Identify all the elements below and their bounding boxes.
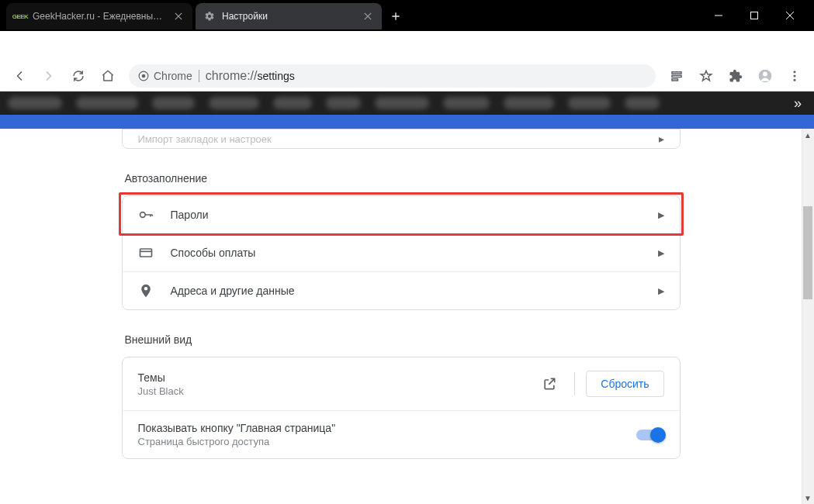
content-area: Импорт закладок и настроек ▸ Автозаполне… [0, 129, 814, 504]
toggle-label: Показывать кнопку "Главная страница" [138, 422, 636, 434]
close-tab-icon[interactable] [172, 10, 185, 22]
bookmark-item[interactable] [273, 97, 312, 109]
bookmark-item[interactable] [8, 97, 62, 109]
bookmark-item[interactable] [504, 97, 554, 109]
scroll-up-icon[interactable]: ▲ [802, 129, 814, 141]
home-button[interactable] [95, 63, 121, 89]
site-info-button[interactable]: Chrome [138, 70, 192, 82]
section-title-autofill: Автозаполнение [125, 172, 681, 185]
svg-rect-3 [672, 71, 681, 73]
import-bookmarks-row[interactable]: Импорт закладок и настроек ▸ [122, 129, 681, 149]
autofill-card: Пароли ▶ Способы оплаты ▶ [122, 195, 681, 310]
back-button[interactable] [6, 63, 33, 89]
separator [574, 372, 575, 395]
theme-row: Темы Just Black Сбросить [123, 357, 680, 410]
theme-value: Just Black [138, 385, 536, 397]
theme-label: Темы [138, 371, 536, 384]
svg-point-12 [140, 212, 145, 218]
open-in-webstore-icon[interactable] [535, 370, 563, 398]
row-label: Пароли [171, 209, 658, 221]
toggle-knob [650, 427, 666, 443]
chevron-right-icon: ▶ [658, 248, 664, 258]
svg-point-10 [794, 78, 796, 81]
bookmark-item[interactable] [326, 97, 361, 109]
bookmark-item[interactable] [76, 97, 138, 109]
addresses-row[interactable]: Адреса и другие данные ▶ [123, 271, 680, 309]
svg-point-7 [763, 71, 767, 76]
key-icon [138, 207, 154, 223]
browser-toolbar: Chrome chrome://settings [0, 60, 814, 91]
row-label: Адреса и другие данные [171, 285, 658, 297]
appearance-card: Темы Just Black Сбросить Показывать кноп… [122, 357, 681, 459]
home-button-toggle[interactable] [636, 430, 664, 440]
bookmark-item[interactable] [568, 97, 611, 109]
location-pin-icon [138, 283, 154, 299]
favicon-gear-icon [203, 10, 216, 22]
secure-label: Chrome [154, 70, 192, 82]
window-maximize-button[interactable] [736, 3, 772, 28]
svg-rect-4 [672, 75, 681, 77]
section-title-appearance: Внешний вид [125, 333, 681, 346]
reload-button[interactable] [65, 63, 92, 89]
new-tab-button[interactable] [385, 5, 407, 27]
address-bar[interactable]: Chrome chrome://settings [129, 64, 656, 88]
svg-point-9 [794, 74, 796, 77]
passwords-row[interactable]: Пароли ▶ [123, 196, 680, 233]
window-close-button[interactable] [772, 3, 808, 28]
tab-title: Настройки [222, 11, 355, 22]
row-label: Способы оплаты [171, 247, 658, 259]
svg-rect-5 [672, 78, 678, 80]
reading-list-icon[interactable] [663, 63, 690, 89]
tab-title: GeekHacker.ru - Ежедневный жу [33, 11, 166, 22]
bookmarks-bar: » [0, 91, 814, 115]
scrollbar-thumb[interactable] [803, 206, 812, 299]
profile-avatar[interactable] [752, 63, 778, 89]
chevron-right-icon: ▸ [659, 133, 664, 145]
tab-geekhacker[interactable]: GEEK GeekHacker.ru - Ежедневный жу [6, 3, 192, 29]
close-tab-icon[interactable] [362, 10, 374, 22]
bookmark-item[interactable] [443, 97, 490, 109]
forward-button[interactable] [36, 63, 62, 89]
credit-card-icon [138, 245, 154, 261]
svg-point-2 [142, 74, 146, 78]
payment-methods-row[interactable]: Способы оплаты ▶ [123, 233, 680, 271]
reset-theme-button[interactable]: Сбросить [586, 371, 663, 397]
svg-point-8 [794, 71, 796, 73]
bookmarks-overflow-icon[interactable]: » [789, 95, 806, 112]
bookmark-item[interactable] [625, 97, 660, 109]
scrollbar[interactable]: ▲ ▼ [802, 129, 814, 504]
scroll-down-icon[interactable]: ▼ [802, 492, 814, 504]
bookmark-item[interactable] [375, 97, 429, 109]
chrome-menu-icon[interactable] [781, 63, 808, 89]
show-home-button-row: Показывать кнопку "Главная страница" Стр… [123, 410, 680, 458]
svg-rect-0 [751, 12, 758, 19]
tab-settings[interactable]: Настройки [196, 3, 382, 29]
chevron-right-icon: ▶ [658, 286, 664, 296]
url-text: chrome://settings [206, 69, 295, 83]
favicon-geek-icon: GEEK [14, 10, 26, 22]
bookmark-item[interactable] [152, 97, 195, 109]
extensions-icon[interactable] [722, 63, 749, 89]
bookmark-star-icon[interactable] [693, 63, 719, 89]
tab-strip: GEEK GeekHacker.ru - Ежедневный жу Настр… [0, 0, 698, 29]
svg-rect-13 [140, 249, 151, 257]
toggle-sublabel: Страница быстрого доступа [138, 436, 636, 447]
chevron-right-icon: ▶ [658, 210, 664, 220]
bookmark-item[interactable] [209, 97, 259, 109]
omnibox-divider [199, 70, 199, 82]
window-minimize-button[interactable] [701, 3, 736, 28]
